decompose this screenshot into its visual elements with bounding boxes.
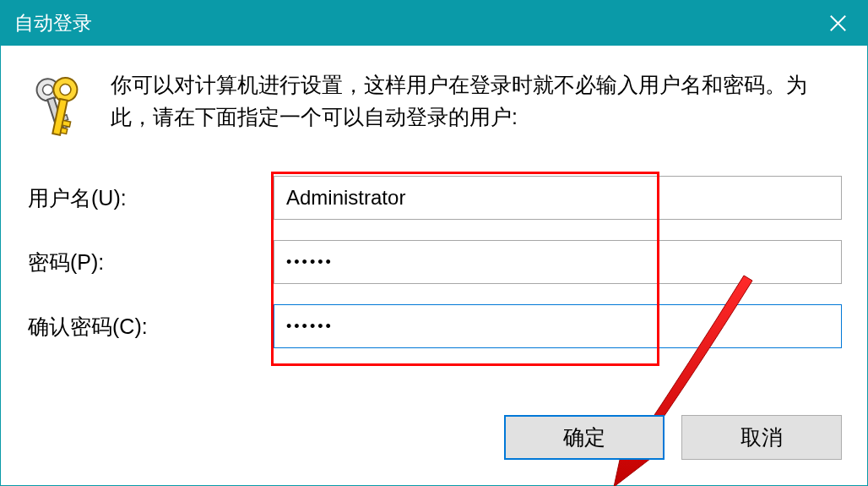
dialog-title: 自动登录 (14, 10, 92, 36)
dialog-content: 你可以对计算机进行设置，这样用户在登录时就不必输入用户名和密码。为此，请在下面指… (1, 46, 867, 348)
auto-login-dialog: 自动登录 (0, 0, 868, 486)
confirm-password-field[interactable] (274, 304, 842, 348)
intro-text: 你可以对计算机进行设置，这样用户在登录时就不必输入用户名和密码。为此，请在下面指… (111, 69, 842, 133)
svg-rect-10 (62, 120, 71, 127)
username-row: 用户名(U): (26, 176, 842, 220)
login-form: 用户名(U): 密码(P): 确认密码(C): (26, 176, 842, 348)
intro-row: 你可以对计算机进行设置，这样用户在登录时就不必输入用户名和密码。为此，请在下面指… (26, 69, 842, 142)
keys-icon (26, 73, 87, 142)
svg-rect-11 (61, 128, 68, 134)
ok-button[interactable]: 确定 (504, 415, 665, 460)
titlebar: 自动登录 (1, 1, 867, 46)
close-icon (830, 15, 846, 31)
password-field[interactable] (274, 240, 842, 284)
close-button[interactable] (808, 1, 867, 46)
password-row: 密码(P): (26, 240, 842, 284)
confirm-label: 确认密码(C): (26, 313, 274, 341)
confirm-row: 确认密码(C): (26, 304, 842, 348)
username-field[interactable] (274, 176, 842, 220)
password-label: 密码(P): (26, 248, 274, 276)
button-row: 确定 取消 (504, 415, 842, 460)
cancel-button[interactable]: 取消 (681, 415, 842, 460)
username-label: 用户名(U): (26, 184, 274, 212)
